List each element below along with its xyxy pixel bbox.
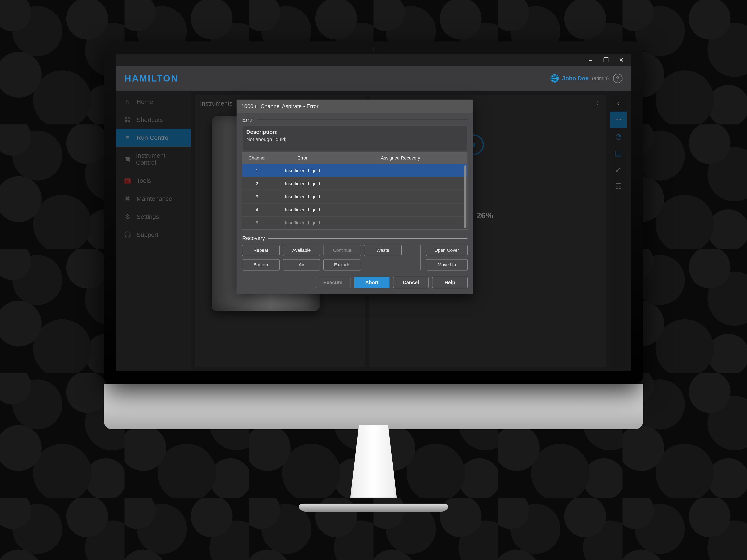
execute-button: Execute — [315, 277, 351, 288]
open-cover-button[interactable]: Open Cover — [426, 245, 467, 256]
user-chip[interactable]: 🌐 John Doe (admin) — [550, 74, 609, 83]
description-text: Not enough liquid; — [246, 136, 463, 142]
imac-chin — [104, 384, 643, 429]
table-row[interactable]: 4 Insufficient Liquid — [242, 203, 467, 216]
table-scrollbar[interactable] — [464, 165, 466, 228]
globe-icon: 🌐 — [550, 74, 559, 83]
recovery-section-label: Recovery — [242, 235, 265, 241]
cell-error: Insufficient Liquid — [272, 204, 334, 216]
col-error-header: Error — [272, 152, 334, 164]
cell-error: Insufficient Liquid — [272, 190, 334, 203]
cell-channel: 5 — [242, 216, 272, 230]
app-window: – ❐ ✕ HAMILTON 🌐 John Doe (admin) ? — [116, 54, 631, 371]
cell-channel: 2 — [242, 177, 272, 190]
continue-button: Continue — [324, 245, 361, 256]
imac-stand — [340, 425, 407, 504]
cell-recovery — [334, 164, 467, 177]
user-role: (admin) — [592, 76, 609, 81]
imac-camera — [371, 47, 376, 51]
table-row[interactable]: 2 Insufficient Liquid — [242, 177, 467, 190]
imac-foot — [299, 504, 448, 512]
user-name: John Doe — [562, 75, 589, 82]
description-block: Description: Not enough liquid; — [242, 126, 467, 151]
error-dialog: 1000uL Channel Aspirate - Error Error De… — [236, 100, 473, 294]
available-button[interactable]: Available — [283, 245, 320, 256]
cell-channel: 3 — [242, 190, 272, 203]
table-row[interactable]: 1 Insufficient Liquid — [242, 164, 467, 177]
help-button[interactable]: ? — [613, 74, 622, 83]
help-button[interactable]: Help — [432, 277, 467, 288]
titlebar: – ❐ ✕ — [116, 54, 631, 66]
window-maximize-button[interactable]: ❐ — [601, 55, 611, 64]
air-button[interactable]: Air — [283, 259, 320, 270]
error-table: Channel Error Assigned Recovery 1 Insuff… — [242, 152, 467, 230]
col-channel-header: Channel — [242, 152, 272, 164]
bottom-button[interactable]: Bottom — [242, 259, 280, 270]
abort-button[interactable]: Abort — [354, 277, 389, 288]
cell-recovery — [334, 190, 467, 203]
exclude-button[interactable]: Exclude — [324, 259, 361, 270]
header: HAMILTON 🌐 John Doe (admin) ? — [116, 66, 631, 91]
window-close-button[interactable]: ✕ — [617, 55, 626, 64]
table-row[interactable]: 5 Insufficient Liquid — [242, 216, 467, 230]
cell-recovery — [334, 177, 467, 190]
move-up-button[interactable]: Move Up — [426, 259, 467, 270]
cell-channel: 4 — [242, 204, 272, 216]
description-label: Description: — [246, 129, 463, 135]
cell-recovery — [334, 216, 467, 230]
table-row[interactable]: 3 Insufficient Liquid — [242, 190, 467, 203]
cancel-button[interactable]: Cancel — [393, 277, 429, 288]
waste-button[interactable]: Waste — [364, 245, 402, 256]
cell-recovery — [334, 204, 467, 216]
dialog-title: 1000uL Channel Aspirate - Error — [237, 100, 473, 113]
imac-frame: – ❐ ✕ HAMILTON 🌐 John Doe (admin) ? — [104, 42, 643, 512]
brand-logo: HAMILTON — [125, 73, 178, 84]
cell-error: Insufficient Liquid — [272, 216, 334, 230]
repeat-button[interactable]: Repeat — [242, 245, 280, 256]
cell-channel: 1 — [242, 164, 272, 177]
cell-error: Insufficient Liquid — [272, 177, 334, 190]
cell-error: Insufficient Liquid — [272, 164, 334, 177]
col-recovery-header: Assigned Recovery — [334, 152, 467, 164]
window-minimize-button[interactable]: – — [586, 55, 595, 64]
error-section-label: Error — [242, 116, 254, 123]
